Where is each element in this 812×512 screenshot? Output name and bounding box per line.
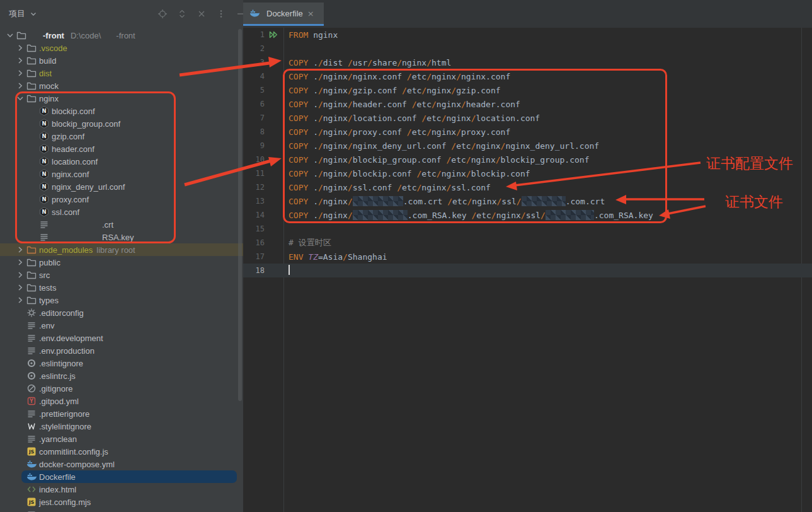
code-line-12[interactable]: 12COPY ./nginx/ssl.conf /etc/nginx/ssl.c… [243, 180, 812, 194]
code-line-5[interactable]: 5COPY ./nginx/gzip.conf /etc/nginx/gzip.… [243, 83, 812, 97]
tree-item-docker-compose-yml[interactable]: docker-compose.yml [0, 458, 243, 470]
tree-item-nginx-conf[interactable]: Nnginx.conf [0, 168, 243, 180]
tree-item-jest-config-mjs[interactable]: JSjest.config.mjs [0, 496, 243, 508]
code-line-14[interactable]: 14COPY ./nginx/.com_RSA.key /etc/nginx/s… [243, 208, 812, 222]
chevron-right-icon[interactable] [15, 81, 26, 91]
code-line-18[interactable]: 18 [243, 264, 812, 277]
gutter-spacer [268, 71, 283, 81]
tree-item-vscode[interactable]: .vscode [0, 42, 243, 54]
code-line-3[interactable]: 3COPY ./dist /usr/share/nginx/html [243, 55, 812, 69]
tree-item-gitpod-yml[interactable]: Y.gitpod.yml [0, 395, 243, 407]
more-options-icon[interactable] [216, 9, 226, 19]
tree-item-public[interactable]: public [0, 256, 243, 269]
tree-item-label: Dockerfile [39, 472, 76, 482]
code-line-6[interactable]: 6COPY ./nginx/header.conf /etc/nginx/hea… [243, 97, 812, 111]
tree-item-project-root[interactable]: -frontD:\code\-front [0, 29, 243, 42]
code-line-8[interactable]: 8COPY ./nginx/proxy.conf /etc/nginx/prox… [243, 125, 812, 139]
tree-item-env-development[interactable]: .env.development [0, 332, 243, 344]
chevron-right-icon[interactable] [15, 68, 26, 78]
gutter-spacer [268, 127, 283, 137]
tree-item-nginx[interactable]: nginx [0, 92, 243, 105]
tree-item-blockip-group-conf[interactable]: Nblockip_group.conf [0, 117, 243, 130]
tree-item-partial-row[interactable] [0, 508, 243, 512]
tree-item-blockip-conf[interactable]: Nblockip.conf [0, 105, 243, 117]
hide-panel-icon[interactable] [236, 9, 243, 19]
expand-collapse-icon[interactable] [177, 9, 187, 19]
line-number: 8 [243, 127, 265, 136]
nginx-icon: N [39, 169, 52, 179]
chevron-right-icon[interactable] [15, 55, 26, 66]
code-line-1[interactable]: 1FROM nginx [243, 28, 812, 42]
chevron-down-icon[interactable] [15, 93, 26, 103]
code-text: COPY ./nginx/.com_RSA.key /etc/nginx/ssl… [283, 210, 653, 220]
tree-item-ssl-conf[interactable]: Nssl.conf [0, 206, 243, 218]
redacted-domain [353, 210, 408, 220]
code-editor[interactable]: 1FROM nginx23COPY ./dist /usr/share/ngin… [243, 28, 812, 512]
tree-item-label: nginx_deny_url.conf [52, 182, 125, 192]
tab-close-icon[interactable]: × [307, 9, 314, 18]
tree-item-label: docker-compose.yml [39, 460, 115, 469]
tree-item-stylelintignore[interactable]: .stylelintignore [0, 420, 243, 433]
tree-item-label: .eslintrc.js [39, 371, 76, 381]
tree-item-gzip-conf[interactable]: Ngzip.conf [0, 130, 243, 143]
code-line-13[interactable]: 13COPY ./nginx/.com.crt /etc/nginx/ssl/.… [243, 194, 812, 208]
tree-item-env[interactable]: .env [0, 319, 243, 332]
tree-item-dist[interactable]: dist [0, 67, 243, 79]
tree-scrollbar[interactable] [238, 29, 242, 401]
tree-item-src[interactable]: src [0, 269, 243, 281]
tree-item-editorconfig[interactable]: .editorconfig [0, 306, 243, 319]
tree-item-build[interactable]: build [0, 54, 243, 67]
tree-item-label: tests [39, 283, 56, 293]
run-icon[interactable] [268, 30, 283, 40]
tree-item-redacted-crt[interactable]: .crt [0, 218, 243, 231]
no-entry-icon [26, 383, 39, 393]
svg-text:N: N [42, 133, 46, 139]
tree-item-gitignore[interactable]: .gitignore [0, 382, 243, 395]
tree-item-location-conf[interactable]: Nlocation.conf [0, 155, 243, 168]
redacted-text [64, 35, 71, 36]
tree-item-yarnclean[interactable]: .yarnclean [0, 433, 243, 445]
code-line-9[interactable]: 9COPY ./nginx/nginx_deny_url.conf /etc/n… [243, 139, 812, 153]
code-text: COPY ./nginx/location.conf /etc/nginx/lo… [283, 113, 540, 123]
tree-item-mock[interactable]: mock [0, 79, 243, 92]
line-number: 18 [243, 266, 265, 275]
tab-dockerfile[interactable]: Dockerfile × [243, 3, 324, 26]
collapse-all-icon[interactable] [197, 9, 207, 19]
tree-item-eslintrc-js[interactable]: .eslintrc.js [0, 369, 243, 382]
tree-item-label: src [39, 271, 50, 280]
tree-item-tests[interactable]: tests [0, 281, 243, 294]
chevron-right-icon[interactable] [15, 282, 26, 293]
chevron-right-icon[interactable] [15, 270, 26, 280]
tree-item-proxy-conf[interactable]: Nproxy.conf [0, 193, 243, 206]
tree-item-env-production[interactable]: .env.production [0, 344, 243, 357]
project-panel-title[interactable]: 项目 [9, 8, 37, 20]
tree-item-index-html[interactable]: index.html [0, 483, 243, 496]
chevron-right-icon[interactable] [15, 245, 26, 255]
code-line-11[interactable]: 11COPY ./nginx/blockip.conf /etc/nginx/b… [243, 166, 812, 180]
tree-item-label: .eslintignore [39, 359, 83, 368]
code-line-2[interactable]: 2 [243, 42, 812, 55]
tree-item-prettierignore[interactable]: .prettierignore [0, 407, 243, 420]
tree-item-nginx-deny-url-conf[interactable]: Nnginx_deny_url.conf [0, 180, 243, 193]
tree-item-eslintignore[interactable]: .eslintignore [0, 357, 243, 369]
tree-item-dockerfile[interactable]: Dockerfile [0, 470, 243, 483]
chevron-right-icon[interactable] [15, 257, 26, 267]
tree-item-node-modules[interactable]: node_moduleslibrary root [0, 243, 243, 256]
code-line-17[interactable]: 17ENV TZ=Asia/Shanghai [243, 250, 812, 264]
tree-item-redacted-rsa-key[interactable]: RSA.key [0, 231, 243, 243]
docker-icon [26, 459, 39, 469]
tree-item-types[interactable]: types [0, 294, 243, 306]
code-line-16[interactable]: 16# 设置时区 [243, 236, 812, 250]
code-line-15[interactable]: 15 [243, 222, 812, 236]
locate-icon[interactable] [157, 9, 168, 19]
chevron-right-icon[interactable] [15, 295, 26, 305]
chevron-down-icon[interactable] [5, 30, 16, 40]
code-line-4[interactable]: 4COPY ./nginx/nginx.conf /etc/nginx/ngin… [243, 69, 812, 83]
svg-text:N: N [42, 158, 46, 165]
code-line-10[interactable]: 10COPY ./nginx/blockip_group.conf /etc/n… [243, 153, 812, 166]
tree-item-header-conf[interactable]: Nheader.conf [0, 143, 243, 155]
chevron-right-icon[interactable] [15, 43, 26, 53]
code-line-7[interactable]: 7COPY ./nginx/location.conf /etc/nginx/l… [243, 111, 812, 125]
line-number: 5 [243, 86, 265, 95]
tree-item-commitlint-config-js[interactable]: JScommitlint.config.js [0, 445, 243, 458]
